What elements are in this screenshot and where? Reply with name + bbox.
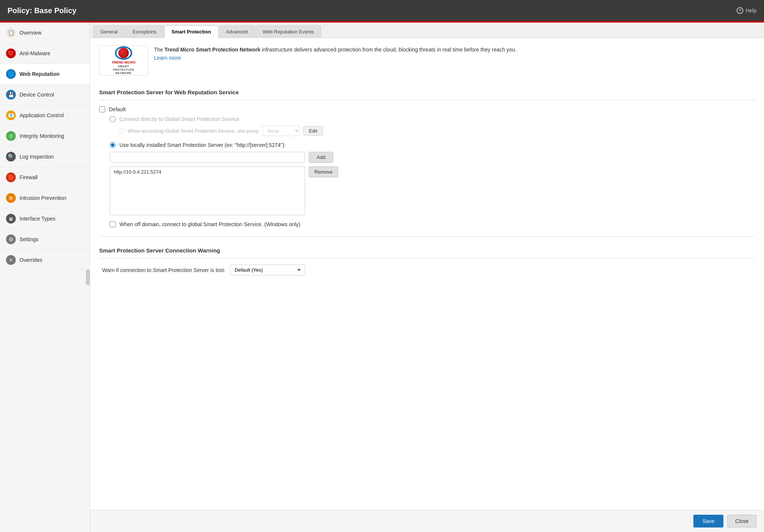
help-button[interactable]: ? Help [737, 7, 756, 14]
sidebar: 📋 Overview 🛡 Anti-Malware 🌐 Web Reputati… [0, 23, 90, 532]
intrusion-icon: ⊗ [6, 193, 16, 203]
warning-section: Smart Protection Server Connection Warni… [99, 236, 755, 275]
proxy-select[interactable]: None [263, 126, 300, 136]
integrity-icon: ⊙ [6, 131, 16, 141]
sidebar-label-integrity-monitoring: Integrity Monitoring [20, 133, 64, 139]
tab-bar: General Exceptions Smart Protection Adva… [90, 23, 764, 38]
sidebar-item-device-control[interactable]: 💾 Device Control [0, 85, 90, 105]
add-server-button[interactable]: Add [309, 152, 333, 163]
off-domain-label: When off domain, connect to global Smart… [119, 221, 300, 227]
connect-directly-row: Connect directly to Global Smart Protect… [99, 116, 755, 122]
help-icon: ? [737, 7, 743, 14]
default-checkbox[interactable] [99, 106, 105, 112]
off-domain-row: When off domain, connect to global Smart… [99, 221, 755, 227]
sidebar-label-anti-malware: Anti-Malware [20, 50, 50, 56]
tab-web-reputation-events[interactable]: Web Reputation Events [255, 26, 321, 38]
help-label: Help [746, 8, 756, 14]
footer: Save Close [90, 510, 764, 532]
sidebar-item-integrity-monitoring[interactable]: ⊙ Integrity Monitoring [0, 126, 90, 147]
default-label: Default [109, 106, 125, 112]
intro-description: The Trend Micro Smart Protection Network… [154, 45, 516, 62]
sidebar-item-application-control[interactable]: 📧 Application Control [0, 105, 90, 126]
overview-icon: 📋 [6, 28, 16, 38]
sidebar-label-device-control: Device Control [20, 92, 54, 98]
sidebar-item-interface-types[interactable]: ▦ Interface Types [0, 209, 90, 229]
server-input-row: Add [99, 152, 755, 163]
save-button[interactable]: Save [693, 515, 723, 527]
firewall-icon: 🔴 [6, 172, 16, 182]
title-bold: Base Policy [34, 6, 76, 15]
device-icon: 💾 [6, 90, 16, 100]
trend-micro-logo: TREND MICRO SMART PROTECTION NETWORK [99, 45, 148, 76]
tab-exceptions[interactable]: Exceptions [125, 26, 164, 38]
main-layout: 📋 Overview 🛡 Anti-Malware 🌐 Web Reputati… [0, 23, 764, 532]
server-list-row: http://10.0.4.221:5274 Remove [99, 166, 755, 215]
server-list-entry: http://10.0.4.221:5274 [114, 169, 301, 175]
warn-row: Warn if connection to Smart Protection S… [99, 264, 755, 275]
page-title: Policy: Base Policy [8, 6, 76, 15]
sidebar-label-overview: Overview [20, 30, 41, 36]
server-list-box[interactable]: http://10.0.4.221:5274 [110, 166, 305, 215]
appcontrol-icon: 📧 [6, 110, 16, 120]
sidebar-item-overrides[interactable]: ✕ Overrides [0, 250, 90, 271]
close-button[interactable]: Close [727, 515, 756, 527]
sidebar-label-interface-types: Interface Types [20, 216, 55, 222]
sidebar-label-web-reputation: Web Reputation [20, 71, 59, 77]
proxy-edit-button[interactable]: Edit [303, 126, 323, 136]
sidebar-item-settings[interactable]: ⚙ Settings [0, 229, 90, 250]
learn-more-link[interactable]: Learn more [154, 55, 181, 61]
use-locally-label: Use locally installed Smart Protection S… [119, 142, 286, 148]
antimalware-icon: 🛡 [6, 48, 16, 58]
proxy-row: When accessing Global Smart Protection S… [99, 126, 755, 136]
sidebar-item-firewall[interactable]: 🔴 Firewall [0, 167, 90, 188]
default-row: Default [99, 106, 755, 112]
settings-icon: ⚙ [6, 234, 16, 244]
tab-smart-protection[interactable]: Smart Protection [165, 26, 218, 38]
sidebar-item-overview[interactable]: 📋 Overview [0, 23, 90, 43]
logo-circle [115, 46, 132, 60]
sidebar-item-anti-malware[interactable]: 🛡 Anti-Malware [0, 43, 90, 64]
intro-box: TREND MICRO SMART PROTECTION NETWORK The… [99, 45, 755, 76]
logo-text: TREND MICRO SMART PROTECTION NETWORK [112, 60, 136, 75]
connect-directly-radio[interactable] [110, 116, 116, 122]
webrep-icon: 🌐 [6, 69, 16, 79]
interface-icon: ▦ [6, 214, 16, 224]
server-url-input[interactable] [110, 152, 305, 163]
connect-directly-label: Connect directly to Global Smart Protect… [119, 116, 239, 122]
proxy-label: When accessing Global Smart Protection S… [128, 128, 260, 134]
header: Policy: Base Policy ? Help [0, 0, 764, 21]
proxy-checkbox[interactable] [119, 128, 125, 134]
remove-server-button[interactable]: Remove [309, 166, 338, 177]
warning-heading: Smart Protection Server Connection Warni… [99, 243, 755, 258]
sidebar-label-settings: Settings [20, 236, 39, 242]
title-prefix: Policy: [8, 6, 34, 15]
loginspect-icon: 🔍 [6, 152, 16, 162]
tab-general[interactable]: General [93, 26, 125, 38]
sidebar-label-overrides: Overrides [20, 257, 42, 263]
warn-select[interactable]: Default (Yes) [230, 264, 305, 275]
warn-label: Warn if connection to Smart Protection S… [102, 267, 225, 273]
content-area: General Exceptions Smart Protection Adva… [90, 23, 764, 532]
sidebar-item-web-reputation[interactable]: 🌐 Web Reputation [0, 64, 90, 85]
sidebar-item-intrusion-prevention[interactable]: ⊗ Intrusion Prevention [0, 188, 90, 209]
tab-advanced[interactable]: Advanced [219, 26, 255, 38]
tab-content: TREND MICRO SMART PROTECTION NETWORK The… [90, 38, 764, 510]
sidebar-collapse-button[interactable]: ◀ [86, 270, 90, 285]
use-locally-row: Use locally installed Smart Protection S… [99, 142, 755, 148]
off-domain-checkbox[interactable] [110, 221, 116, 227]
overrides-icon: ✕ [6, 255, 16, 265]
intro-bold: Trend Micro Smart Protection Network [165, 47, 260, 53]
sidebar-label-log-inspection: Log Inspection [20, 154, 54, 160]
sidebar-label-application-control: Application Control [20, 112, 64, 118]
sidebar-item-log-inspection[interactable]: 🔍 Log Inspection [0, 147, 90, 167]
smart-protection-heading: Smart Protection Server for Web Reputati… [99, 85, 755, 100]
sidebar-label-firewall: Firewall [20, 174, 38, 180]
use-locally-radio[interactable] [110, 142, 116, 148]
logo-inner [118, 48, 129, 58]
sidebar-label-intrusion-prevention: Intrusion Prevention [20, 195, 66, 201]
